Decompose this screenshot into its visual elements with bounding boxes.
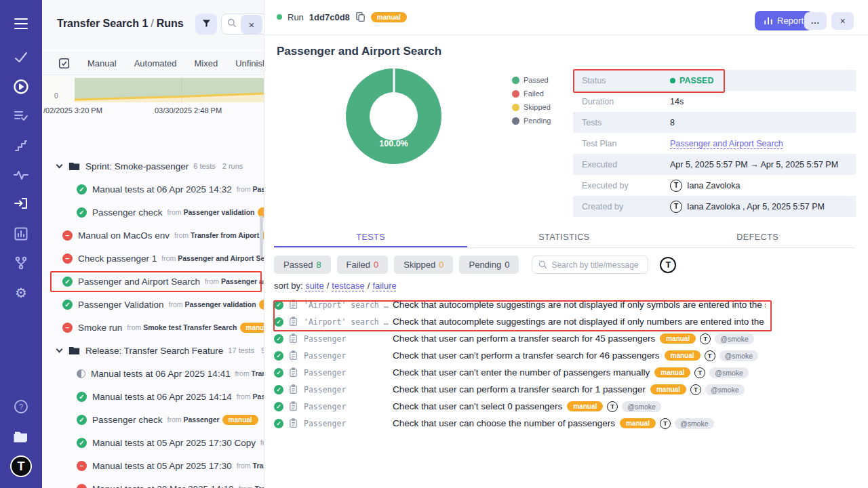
test-row[interactable]: ✓ Passenger Check that user can choose t… (274, 415, 864, 432)
run-label: Manual on MacOs env (78, 230, 170, 241)
test-title: Check that user can perform a transfer s… (393, 384, 646, 394)
tree-run-selected[interactable]: ✓ Passenger and Airport Search from Pass… (42, 270, 264, 293)
filter-skipped-button[interactable]: Skipped0 (394, 256, 453, 274)
gear-icon[interactable]: ⚙ (0, 281, 42, 304)
manual-badge: manual (371, 12, 407, 22)
passed-status-icon: ✓ (274, 334, 283, 344)
tests-search-box[interactable] (532, 256, 648, 274)
list-check-icon[interactable] (0, 104, 42, 127)
filter-passed-button[interactable]: Passed8 (274, 256, 331, 274)
manual-badge: manual (620, 418, 656, 428)
test-row[interactable]: ✓ 'Airport' search … Check that autocomp… (274, 296, 864, 313)
tree-run[interactable]: − Manual tests at 05 Apr 2025 17:30 from… (42, 454, 264, 477)
smoke-tag[interactable]: @smoke (719, 350, 759, 361)
smoke-tag[interactable]: @smoke (705, 384, 745, 395)
breadcrumb-project[interactable]: Transfer Search 1 (57, 18, 148, 29)
tree-run[interactable]: ✓ Passenger check from Passenger manual … (42, 408, 264, 431)
test-title: Check that user can perform a transfer s… (393, 333, 655, 344)
more-options-button[interactable]: ... (804, 12, 827, 30)
tree-run[interactable]: ✓ Manual tests at 06 Apr 2025 14:32 from… (42, 178, 264, 201)
smoke-tag[interactable]: @smoke (622, 401, 661, 412)
test-plan-link[interactable]: Passenger and Airport Search (670, 139, 783, 148)
sort-by-testcase-link[interactable]: testcase (332, 281, 364, 291)
y-axis-zero-label: 0 (54, 92, 58, 100)
tree-run[interactable]: − Manual on MacOs env from Transfer from… (42, 224, 264, 247)
test-title: Check that user can't enter the number o… (393, 367, 650, 378)
clipboard-icon (289, 333, 298, 344)
tab-manual[interactable]: Manual (87, 58, 117, 68)
smoke-tag[interactable]: @smoke (715, 333, 754, 344)
run-prefix: Run (288, 12, 304, 22)
tree-run[interactable]: ✓ Manual tests at 05 Apr 2025 17:30 Copy… (42, 431, 264, 454)
info-row-duration: Duration 14s (573, 91, 856, 112)
test-row[interactable]: ✓ Passenger Check that user can't select… (274, 398, 864, 415)
app-logo[interactable]: T (10, 455, 32, 477)
legend-dot (512, 90, 519, 98)
runs-panel: Transfer Search 1/Runs × Manual Automate… (42, 0, 264, 488)
search-icon (227, 18, 237, 30)
run-label: Manual tests at 05 Apr 2025 17:30 Copy (92, 438, 256, 448)
tab-automated[interactable]: Automated (134, 58, 177, 68)
sort-by-suite-link[interactable]: suite (305, 281, 323, 291)
folder-tests-count: 17 tests (228, 346, 254, 354)
suite-name: Passenger (304, 402, 393, 411)
tab-statistics[interactable]: STATISTICS (467, 229, 660, 247)
filter-button[interactable] (195, 14, 217, 35)
assignee-avatar: T (694, 367, 705, 378)
close-run-button[interactable]: × (831, 12, 854, 30)
sort-by-failure-link[interactable]: failure (372, 281, 396, 291)
tree-run[interactable]: − Manual tests at 30 Mar 2025 14:10 from… (42, 477, 264, 488)
test-row[interactable]: ✓ Passenger Check that user can't enter … (274, 364, 864, 381)
test-row[interactable]: ✓ Passenger Check that user can't perfor… (274, 347, 864, 364)
run-source: from Passenger and Airport Search (237, 392, 264, 401)
assignee-avatar: T (700, 333, 711, 344)
tab-mixed[interactable]: Mixed (195, 58, 218, 68)
activity-pulse-icon[interactable] (0, 163, 42, 186)
steps-icon[interactable] (0, 134, 42, 157)
test-row[interactable]: ✓ Passenger Check that user can perform … (274, 330, 864, 347)
suite-name: 'Airport' search … (304, 317, 393, 327)
sort-label: sort by: (274, 281, 303, 291)
tree-folder-sprint[interactable]: Sprint: Smoke-passenger 6 tests 2 runs (42, 155, 264, 178)
tree-run[interactable]: ✓ Passenger Validation from Passenger va… (42, 293, 264, 316)
check-icon[interactable] (0, 46, 42, 69)
hamburger-menu-icon[interactable] (0, 12, 42, 35)
manual-badge: manual (654, 367, 690, 378)
run-label: Smoke run (78, 323, 122, 333)
tree-run[interactable]: Manual tests at 06 Apr 2025 14:41 from T… (42, 362, 264, 385)
tab-unfinished[interactable]: Unfinished (235, 58, 264, 68)
assignee-avatar: T (705, 350, 715, 361)
bar-chart-icon[interactable] (0, 222, 42, 245)
legend-item-pending: Pending (512, 117, 551, 125)
tree-folder-release[interactable]: Release: Transfer Search Feature 17 test… (42, 339, 264, 362)
play-run-icon[interactable] (0, 75, 42, 98)
select-all-checkbox-icon[interactable] (58, 58, 70, 69)
smoke-tag[interactable]: @smoke (709, 367, 749, 378)
suite-name: Passenger (304, 334, 393, 344)
test-row[interactable]: ✓ 'Airport' search … Check that autocomp… (274, 313, 864, 330)
test-row[interactable]: ✓ Passenger Check that user can perform … (274, 381, 864, 398)
scrollbar-thumb[interactable] (260, 216, 263, 258)
tree-run[interactable]: − Check passenger 1 from Passenger and A… (42, 247, 264, 270)
filter-failed-button[interactable]: Failed0 (337, 256, 389, 274)
run-source: from Passenger validation (167, 208, 255, 216)
copy-icon[interactable] (355, 12, 366, 22)
tree-run[interactable]: − Smoke run from Smoke test Transfer Sea… (42, 316, 264, 339)
tree-run[interactable]: ✓ Passenger check from Passenger validat… (42, 201, 264, 224)
branch-icon[interactable] (0, 251, 42, 274)
chevron-down-icon[interactable] (56, 162, 63, 169)
run-topbar: Run 1dd7c0d8 manual Report ... × (264, 0, 868, 35)
suite-name: Passenger (304, 351, 393, 361)
tests-search-input[interactable] (551, 260, 639, 270)
chevron-down-icon[interactable] (56, 346, 63, 353)
tab-tests[interactable]: TESTS (274, 229, 467, 247)
docs-folder-icon[interactable] (0, 424, 42, 447)
smoke-tag[interactable]: @smoke (675, 418, 714, 429)
runs-search-close-button[interactable]: × (241, 15, 262, 34)
sign-in-icon[interactable] (0, 192, 42, 215)
filter-pending-button[interactable]: Pending0 (459, 256, 519, 274)
user-filter-avatar[interactable]: T (660, 257, 676, 273)
tree-run[interactable]: ✓ Manual tests at 06 Apr 2025 14:14 from… (42, 385, 264, 408)
tab-defects[interactable]: DEFECTS (661, 229, 854, 247)
help-icon[interactable]: ? (0, 395, 42, 418)
